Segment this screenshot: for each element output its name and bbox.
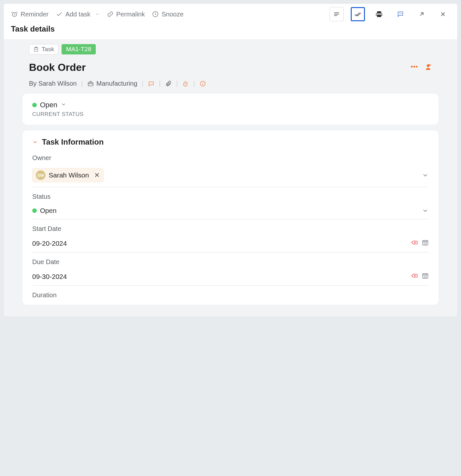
- svg-point-24: [424, 276, 424, 276]
- svg-point-25: [425, 276, 425, 276]
- check-icon: [56, 11, 63, 18]
- assign-user-button[interactable]: [424, 62, 432, 73]
- status-field-label: Status: [32, 193, 429, 200]
- duration-label: Duration: [32, 291, 429, 299]
- snooze-button[interactable]: Snooze: [152, 11, 183, 18]
- due-date-label: Due Date: [32, 258, 429, 266]
- owner-field[interactable]: SW Sarah Wilson ✕: [32, 166, 429, 187]
- svg-point-5: [400, 13, 401, 14]
- comment-button[interactable]: [393, 7, 407, 21]
- task-title: Book Order: [29, 62, 86, 73]
- permalink-button[interactable]: Permalink: [107, 11, 145, 18]
- owner-dropdown[interactable]: [422, 172, 429, 179]
- timer-meta[interactable]: [182, 81, 189, 87]
- add-task-button[interactable]: Add task: [56, 11, 100, 18]
- status-card: Open CURRENT STATUS: [23, 94, 438, 125]
- status-field[interactable]: Open: [32, 205, 429, 219]
- svg-point-28: [425, 277, 425, 277]
- arrow-up-right-icon: [418, 11, 425, 18]
- calendar-icon: [422, 272, 429, 279]
- info-icon: [200, 81, 206, 87]
- due-date-clear[interactable]: [411, 272, 418, 281]
- svg-point-27: [424, 277, 424, 277]
- svg-point-10: [414, 66, 415, 67]
- due-date-picker[interactable]: [422, 272, 429, 281]
- briefcase-icon: [87, 81, 94, 87]
- owner-label: Owner: [32, 154, 429, 162]
- svg-point-21: [425, 244, 425, 244]
- print-icon: [376, 11, 383, 18]
- stopwatch-icon: [182, 81, 189, 87]
- svg-point-20: [424, 244, 424, 244]
- task-author: By Sarah Wilson: [29, 80, 77, 87]
- start-date-label: Start Date: [32, 225, 429, 233]
- start-date-field[interactable]: 09-20-2024: [32, 237, 429, 252]
- user-plus-icon: [424, 63, 432, 71]
- start-date-value: 09-20-2024: [32, 240, 67, 247]
- svg-rect-13: [88, 82, 93, 86]
- status-dropdown[interactable]: Open: [32, 101, 429, 109]
- status-field-dropdown[interactable]: [422, 207, 429, 214]
- task-info-card: Task Information Owner SW Sarah Wilson ✕: [23, 130, 438, 305]
- add-task-dropdown[interactable]: [93, 12, 100, 16]
- task-id-chip[interactable]: MA1-T28: [62, 44, 96, 54]
- delete-tag-icon: [411, 239, 418, 246]
- svg-point-29: [426, 277, 427, 277]
- attachments-meta[interactable]: [165, 81, 172, 87]
- reminder-button[interactable]: Reminder: [11, 11, 49, 18]
- svg-rect-3: [378, 12, 380, 14]
- chevron-down-icon: [32, 139, 38, 145]
- close-button[interactable]: [436, 7, 450, 21]
- page-title: Task details: [4, 21, 457, 39]
- check-color-icon: [354, 11, 361, 18]
- status-value: Open: [40, 101, 57, 109]
- owner-pill: SW Sarah Wilson ✕: [32, 168, 103, 182]
- svg-point-9: [411, 66, 412, 67]
- task-chip[interactable]: Task: [29, 44, 58, 54]
- status-dot-icon: [32, 103, 37, 107]
- due-date-value: 09-30-2024: [32, 273, 67, 281]
- color-check-button[interactable]: [351, 7, 365, 21]
- svg-point-12: [427, 65, 429, 67]
- status-label: CURRENT STATUS: [32, 111, 429, 118]
- svg-point-19: [426, 243, 427, 243]
- comment-icon: [397, 11, 404, 18]
- more-horizontal-icon: [410, 62, 418, 71]
- task-info-toggle[interactable]: Task Information: [32, 138, 429, 147]
- comments-meta[interactable]: [148, 81, 154, 87]
- status-dot-icon: [32, 208, 37, 213]
- print-button[interactable]: [372, 7, 386, 21]
- delete-tag-icon: [411, 272, 418, 279]
- category[interactable]: Manufacturing: [87, 80, 137, 87]
- task-info-title: Task Information: [42, 138, 104, 147]
- paperclip-icon: [165, 81, 172, 87]
- list-view-button[interactable]: [329, 7, 344, 21]
- svg-point-17: [424, 243, 424, 243]
- start-date-clear[interactable]: [411, 239, 418, 248]
- svg-point-6: [401, 13, 402, 14]
- more-actions-button[interactable]: [410, 62, 418, 73]
- task-chip-label: Task: [42, 46, 54, 53]
- due-date-field[interactable]: 09-30-2024: [32, 270, 429, 286]
- start-date-picker[interactable]: [422, 239, 429, 248]
- owner-name: Sarah Wilson: [49, 171, 89, 179]
- open-external-button[interactable]: [415, 7, 429, 21]
- list-icon: [333, 11, 340, 18]
- snooze-label: Snooze: [162, 11, 183, 18]
- chevron-down-icon: [422, 172, 429, 179]
- chat-icon: [148, 81, 154, 87]
- link-icon: [107, 11, 114, 18]
- clipboard-icon: [33, 46, 39, 52]
- add-task-label: Add task: [65, 11, 91, 18]
- status-field-value: Open: [40, 207, 56, 214]
- svg-point-18: [425, 243, 425, 243]
- reminder-label: Reminder: [21, 11, 49, 18]
- info-meta[interactable]: [200, 81, 206, 87]
- chevron-down-icon: [422, 207, 429, 214]
- chevron-down-icon: [95, 12, 100, 16]
- avatar: SW: [36, 170, 45, 180]
- permalink-label: Permalink: [116, 11, 145, 18]
- owner-remove[interactable]: ✕: [94, 171, 100, 179]
- calendar-icon: [422, 239, 429, 246]
- svg-point-4: [399, 13, 400, 14]
